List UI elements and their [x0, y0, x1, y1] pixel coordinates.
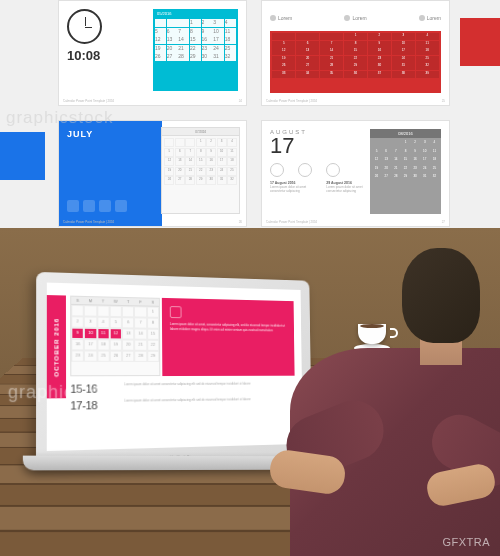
clock-icon — [67, 9, 102, 44]
slide-clock-calendar: 10:08 05/2016 12345678910111213141516171… — [58, 0, 247, 106]
slide-page: 25 — [442, 99, 445, 103]
day-number: 17 — [270, 135, 375, 157]
july-calendar: 07/2016 12345678910111213141516171819202… — [161, 127, 240, 213]
watermark: graphicstock — [8, 382, 121, 403]
slide-august: AUGUST 17 17 August 2016Lorem ipsum dolo… — [261, 120, 450, 226]
feature-icon — [99, 200, 111, 212]
feature-icon — [270, 163, 284, 177]
slide-footer: Calendar Power Point Template | 2016 — [63, 220, 114, 224]
teal-calendar: 05/2016 12345678910111213141516171819202… — [153, 9, 238, 91]
slide-red-calendar: Lorem Lorem Lorem 1234567891011121314151… — [261, 0, 450, 106]
month-title: JULY — [67, 129, 154, 139]
mockup-photo: graphicstock OCTOBER 2016 S M T W T F — [0, 228, 500, 556]
slide-page: 26 — [239, 220, 242, 224]
blue-accent-stripe — [0, 132, 45, 180]
slide-july: JULY 07/2016 123456789101112131415161718… — [58, 120, 247, 226]
slides-grid: 10:08 05/2016 12345678910111213141516171… — [58, 0, 450, 227]
feature-icon — [298, 163, 312, 177]
feature-icon — [67, 200, 79, 212]
red-calendar: 1234567891011121314151617181920212223242… — [270, 31, 441, 93]
feature-icon — [83, 200, 95, 212]
site-label: GFXTRA — [442, 536, 490, 548]
slide-footer: Calendar Power Point Template | 2016 — [266, 99, 317, 103]
october-calendar: S M T W T F S 12345678910111213141516171… — [70, 296, 160, 377]
slide-page: 24 — [239, 99, 242, 103]
bag-icon — [170, 306, 182, 318]
template-preview-area: graphicstock 10:08 05/2016 1234567891011… — [0, 0, 500, 228]
feature-icon — [326, 163, 340, 177]
august-calendar: 08/2016 12345678910111213141516171819202… — [370, 129, 441, 213]
slide-footer: Calendar Power Point Template | 2016 — [63, 99, 114, 103]
watermark: graphicstock — [6, 108, 113, 128]
laptop-screen: OCTOBER 2016 S M T W T F S 1234567891011… — [47, 283, 303, 451]
person — [270, 248, 500, 556]
time-display: 10:08 — [67, 48, 142, 63]
red-accent-stripe — [460, 18, 500, 66]
feature-icon — [115, 200, 127, 212]
slide-page: 27 — [442, 220, 445, 224]
slide-footer: Calendar Power Point Template | 2016 — [266, 220, 317, 224]
